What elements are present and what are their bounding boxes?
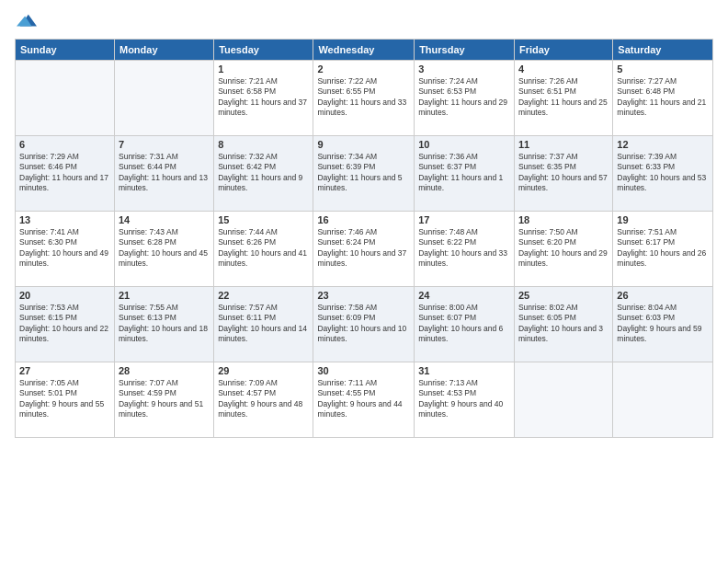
day-info: Sunrise: 7:37 AM Sunset: 6:35 PM Dayligh…	[518, 152, 609, 194]
calendar-cell: 1Sunrise: 7:21 AM Sunset: 6:58 PM Daylig…	[214, 61, 313, 136]
logo	[15, 11, 37, 31]
day-info: Sunrise: 7:09 AM Sunset: 4:57 PM Dayligh…	[218, 378, 309, 420]
day-number: 4	[518, 63, 609, 75]
day-number: 9	[317, 139, 410, 150]
day-number: 12	[617, 139, 709, 150]
logo-icon	[17, 11, 37, 31]
day-of-week-header: Friday	[514, 40, 612, 61]
calendar-cell: 13Sunrise: 7:41 AM Sunset: 6:30 PM Dayli…	[16, 212, 115, 287]
day-number: 20	[19, 290, 110, 301]
calendar-cell: 22Sunrise: 7:57 AM Sunset: 6:11 PM Dayli…	[214, 287, 313, 362]
day-number: 24	[418, 290, 510, 301]
day-number: 21	[119, 290, 210, 301]
day-info: Sunrise: 7:50 AM Sunset: 6:20 PM Dayligh…	[518, 227, 609, 270]
day-number: 7	[119, 139, 210, 150]
calendar-cell: 11Sunrise: 7:37 AM Sunset: 6:35 PM Dayli…	[514, 136, 612, 212]
calendar-cell: 17Sunrise: 7:48 AM Sunset: 6:22 PM Dayli…	[415, 212, 515, 287]
day-info: Sunrise: 7:44 AM Sunset: 6:26 PM Dayligh…	[218, 227, 309, 270]
day-info: Sunrise: 8:00 AM Sunset: 6:07 PM Dayligh…	[418, 303, 510, 345]
calendar-cell: 27Sunrise: 7:05 AM Sunset: 5:01 PM Dayli…	[16, 362, 115, 438]
day-number: 26	[617, 290, 709, 301]
day-info: Sunrise: 7:26 AM Sunset: 6:51 PM Dayligh…	[518, 76, 609, 119]
day-info: Sunrise: 7:55 AM Sunset: 6:13 PM Dayligh…	[119, 303, 210, 345]
day-info: Sunrise: 7:53 AM Sunset: 6:15 PM Dayligh…	[19, 303, 110, 345]
calendar-cell: 6Sunrise: 7:29 AM Sunset: 6:46 PM Daylig…	[16, 136, 115, 212]
calendar-cell	[16, 61, 115, 136]
day-info: Sunrise: 7:27 AM Sunset: 6:48 PM Dayligh…	[617, 76, 709, 119]
day-info: Sunrise: 7:46 AM Sunset: 6:24 PM Dayligh…	[317, 227, 410, 270]
calendar-cell: 7Sunrise: 7:31 AM Sunset: 6:44 PM Daylig…	[114, 136, 213, 212]
calendar-cell: 15Sunrise: 7:44 AM Sunset: 6:26 PM Dayli…	[214, 212, 313, 287]
calendar-cell	[114, 61, 213, 136]
calendar-cell	[514, 362, 612, 438]
calendar-header-row: SundayMondayTuesdayWednesdayThursdayFrid…	[16, 40, 713, 61]
day-number: 13	[19, 214, 110, 225]
calendar-cell: 24Sunrise: 8:00 AM Sunset: 6:07 PM Dayli…	[415, 287, 515, 362]
day-of-week-header: Thursday	[415, 40, 515, 61]
calendar-cell: 2Sunrise: 7:22 AM Sunset: 6:55 PM Daylig…	[313, 61, 415, 136]
calendar-table: SundayMondayTuesdayWednesdayThursdayFrid…	[15, 39, 713, 438]
calendar-cell: 10Sunrise: 7:36 AM Sunset: 6:37 PM Dayli…	[415, 136, 515, 212]
calendar-cell: 19Sunrise: 7:51 AM Sunset: 6:17 PM Dayli…	[613, 212, 713, 287]
calendar-week-row: 6Sunrise: 7:29 AM Sunset: 6:46 PM Daylig…	[16, 136, 713, 212]
calendar-cell: 26Sunrise: 8:04 AM Sunset: 6:03 PM Dayli…	[613, 287, 713, 362]
calendar-cell: 18Sunrise: 7:50 AM Sunset: 6:20 PM Dayli…	[514, 212, 612, 287]
day-number: 17	[418, 214, 510, 225]
calendar-cell: 14Sunrise: 7:43 AM Sunset: 6:28 PM Dayli…	[114, 212, 213, 287]
day-info: Sunrise: 7:32 AM Sunset: 6:42 PM Dayligh…	[218, 152, 309, 194]
day-number: 2	[317, 63, 410, 75]
day-info: Sunrise: 7:36 AM Sunset: 6:37 PM Dayligh…	[418, 152, 510, 194]
calendar-cell	[613, 362, 713, 438]
day-number: 19	[617, 214, 709, 225]
calendar-week-row: 20Sunrise: 7:53 AM Sunset: 6:15 PM Dayli…	[16, 287, 713, 362]
day-info: Sunrise: 8:04 AM Sunset: 6:03 PM Dayligh…	[617, 303, 709, 345]
day-info: Sunrise: 7:41 AM Sunset: 6:30 PM Dayligh…	[19, 227, 110, 270]
day-info: Sunrise: 7:29 AM Sunset: 6:46 PM Dayligh…	[19, 152, 110, 194]
day-number: 16	[317, 214, 410, 225]
day-info: Sunrise: 7:48 AM Sunset: 6:22 PM Dayligh…	[418, 227, 510, 270]
day-number: 18	[518, 214, 609, 225]
calendar-week-row: 27Sunrise: 7:05 AM Sunset: 5:01 PM Dayli…	[16, 362, 713, 438]
day-of-week-header: Tuesday	[214, 40, 313, 61]
day-info: Sunrise: 7:43 AM Sunset: 6:28 PM Dayligh…	[119, 227, 210, 270]
day-info: Sunrise: 7:34 AM Sunset: 6:39 PM Dayligh…	[317, 152, 410, 194]
day-info: Sunrise: 8:02 AM Sunset: 6:05 PM Dayligh…	[518, 303, 609, 345]
day-info: Sunrise: 7:21 AM Sunset: 6:58 PM Dayligh…	[218, 76, 309, 119]
day-info: Sunrise: 7:22 AM Sunset: 6:55 PM Dayligh…	[317, 76, 410, 119]
calendar-cell: 9Sunrise: 7:34 AM Sunset: 6:39 PM Daylig…	[313, 136, 415, 212]
calendar-cell: 8Sunrise: 7:32 AM Sunset: 6:42 PM Daylig…	[214, 136, 313, 212]
calendar-cell: 20Sunrise: 7:53 AM Sunset: 6:15 PM Dayli…	[16, 287, 115, 362]
day-number: 5	[617, 63, 709, 75]
day-info: Sunrise: 7:58 AM Sunset: 6:09 PM Dayligh…	[317, 303, 410, 345]
day-number: 1	[218, 63, 309, 75]
calendar-cell: 21Sunrise: 7:55 AM Sunset: 6:13 PM Dayli…	[114, 287, 213, 362]
calendar-cell: 28Sunrise: 7:07 AM Sunset: 4:59 PM Dayli…	[114, 362, 213, 438]
day-info: Sunrise: 7:13 AM Sunset: 4:53 PM Dayligh…	[418, 378, 510, 420]
day-number: 30	[317, 365, 410, 376]
day-info: Sunrise: 7:39 AM Sunset: 6:33 PM Dayligh…	[617, 152, 709, 194]
day-info: Sunrise: 7:11 AM Sunset: 4:55 PM Dayligh…	[317, 378, 410, 420]
day-info: Sunrise: 7:31 AM Sunset: 6:44 PM Dayligh…	[119, 152, 210, 194]
calendar-cell: 23Sunrise: 7:58 AM Sunset: 6:09 PM Dayli…	[313, 287, 415, 362]
day-number: 22	[218, 290, 309, 301]
day-number: 29	[218, 365, 309, 376]
day-number: 10	[418, 139, 510, 150]
calendar-cell: 4Sunrise: 7:26 AM Sunset: 6:51 PM Daylig…	[514, 61, 612, 136]
day-info: Sunrise: 7:05 AM Sunset: 5:01 PM Dayligh…	[19, 378, 110, 420]
day-of-week-header: Wednesday	[313, 40, 415, 61]
calendar-cell: 12Sunrise: 7:39 AM Sunset: 6:33 PM Dayli…	[613, 136, 713, 212]
calendar-cell: 29Sunrise: 7:09 AM Sunset: 4:57 PM Dayli…	[214, 362, 313, 438]
day-info: Sunrise: 7:51 AM Sunset: 6:17 PM Dayligh…	[617, 227, 709, 270]
day-number: 14	[119, 214, 210, 225]
day-number: 23	[317, 290, 410, 301]
day-number: 6	[19, 139, 110, 150]
day-info: Sunrise: 7:07 AM Sunset: 4:59 PM Dayligh…	[119, 378, 210, 420]
day-number: 15	[218, 214, 309, 225]
calendar-cell: 25Sunrise: 8:02 AM Sunset: 6:05 PM Dayli…	[514, 287, 612, 362]
day-info: Sunrise: 7:57 AM Sunset: 6:11 PM Dayligh…	[218, 303, 309, 345]
day-info: Sunrise: 7:24 AM Sunset: 6:53 PM Dayligh…	[418, 76, 510, 119]
header	[15, 11, 713, 31]
calendar-cell: 3Sunrise: 7:24 AM Sunset: 6:53 PM Daylig…	[415, 61, 515, 136]
calendar-cell: 5Sunrise: 7:27 AM Sunset: 6:48 PM Daylig…	[613, 61, 713, 136]
day-of-week-header: Monday	[114, 40, 213, 61]
